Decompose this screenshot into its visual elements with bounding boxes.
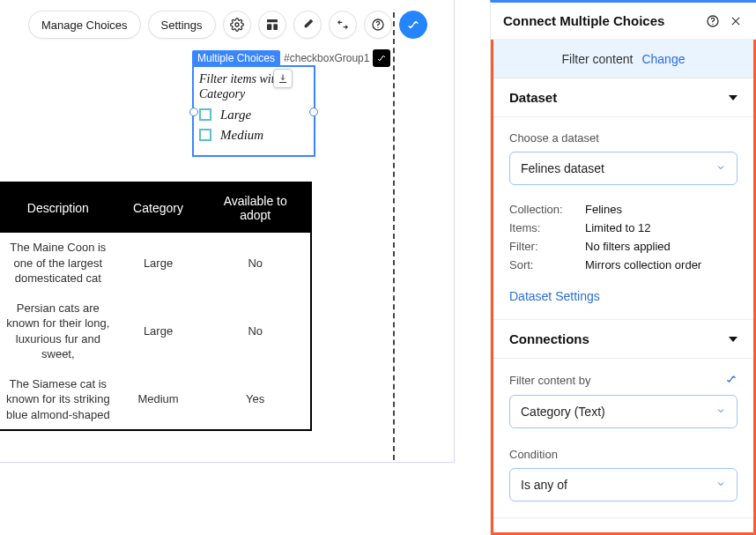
section-dataset-title: Dataset	[509, 90, 557, 105]
svg-rect-3	[273, 24, 278, 30]
filter-content-banner: Filter content Change	[493, 40, 753, 78]
filter-by-select[interactable]: Category (Text)	[509, 395, 737, 428]
selected-element[interactable]: Multiple Choices #checkboxGroup1 Filter …	[192, 49, 315, 157]
table-row: The Siamese cat is known for its strikin…	[0, 369, 311, 431]
vertical-guide	[393, 12, 395, 460]
cell-available: Yes	[200, 369, 311, 431]
condition-value: Is any of	[521, 478, 567, 492]
selection-tagbar: Multiple Choices #checkboxGroup1	[192, 49, 390, 67]
chevron-down-icon	[729, 337, 737, 342]
kv-val: No filters applied	[585, 240, 671, 253]
col-header-description: Description	[0, 182, 116, 233]
filter-by-label: Filter content by	[509, 374, 591, 387]
cell-description: The Siamese cat is known for its strikin…	[0, 369, 116, 431]
help-icon[interactable]	[364, 11, 392, 39]
cell-description: Persian cats are known for their long, l…	[0, 294, 116, 369]
dataset-info-collection: Collection: Felines	[509, 203, 737, 216]
settings-button[interactable]: Settings	[148, 11, 216, 39]
kv-key: Items:	[509, 221, 585, 234]
cell-description: The Maine Coon is one of the largest dom…	[0, 233, 116, 294]
dataset-select-value: Felines dataset	[521, 161, 604, 175]
svg-rect-2	[267, 24, 271, 30]
panel-header: Connect Multiple Choices	[491, 3, 756, 40]
dataset-settings-link[interactable]: Dataset Settings	[509, 289, 600, 303]
section-dataset-body: Choose a dataset Felines dataset Collect…	[493, 117, 753, 320]
condition-label: Condition	[509, 448, 737, 461]
kv-key: Filter:	[509, 240, 585, 253]
panel-body: Filter content Change Dataset Choose a d…	[491, 40, 756, 535]
chevron-down-icon	[715, 161, 726, 175]
checkbox-icon[interactable]	[199, 108, 211, 121]
settings-gear-icon[interactable]	[223, 11, 251, 39]
checkbox-label: Large	[220, 108, 251, 123]
checkbox-option[interactable]: Large	[199, 108, 308, 123]
download-handle-icon[interactable]	[273, 69, 293, 88]
section-dataset-header[interactable]: Dataset	[493, 78, 753, 117]
cell-category: Large	[116, 233, 201, 294]
element-toolbar: Manage Choices Settings	[28, 11, 427, 39]
selection-data-badge[interactable]	[373, 49, 390, 67]
data-table: Description Category Available to adopt …	[0, 182, 312, 431]
kv-val: Mirrors collection order	[585, 258, 701, 271]
kv-key: Sort:	[509, 258, 585, 271]
kv-val: Limited to 12	[585, 221, 650, 234]
checkbox-icon[interactable]	[199, 129, 211, 141]
table-row: Persian cats are known for their long, l…	[0, 294, 311, 369]
col-header-category: Category	[116, 182, 201, 233]
checkbox-group[interactable]: Filter items with Category Large Medium	[192, 65, 315, 157]
panel-close-icon[interactable]	[728, 13, 744, 29]
filter-change-link[interactable]: Change	[641, 52, 685, 66]
panel-title: Connect Multiple Choices	[503, 13, 698, 28]
connect-panel: Connect Multiple Choices Filter content …	[490, 0, 756, 535]
dataset-info-filter: Filter: No filters applied	[509, 240, 737, 253]
col-header-available: Available to adopt	[200, 182, 311, 233]
cell-available: No	[200, 294, 311, 369]
selection-tag: Multiple Choices	[192, 50, 280, 66]
cell-available: No	[200, 233, 311, 294]
dataset-info-sort: Sort: Mirrors collection order	[509, 258, 737, 271]
dataset-select[interactable]: Felines dataset	[509, 152, 737, 185]
manage-choices-button[interactable]: Manage Choices	[28, 11, 141, 39]
selection-id: #checkboxGroup1	[284, 52, 369, 64]
checkbox-label: Medium	[220, 128, 263, 143]
settings-label: Settings	[161, 19, 203, 32]
condition-select[interactable]: Is any of	[509, 468, 737, 502]
reset-connection-icon[interactable]	[725, 373, 737, 388]
filter-content-label: Filter content	[562, 52, 634, 66]
kv-key: Collection:	[509, 203, 585, 216]
panel-help-icon[interactable]	[705, 13, 721, 29]
checkbox-option[interactable]: Medium	[199, 128, 308, 143]
dataset-info-items: Items: Limited to 12	[509, 221, 737, 234]
table-row: The Maine Coon is one of the largest dom…	[0, 233, 311, 294]
data-connect-icon[interactable]	[399, 11, 427, 39]
stretch-icon[interactable]	[329, 11, 357, 39]
kv-val: Felines	[585, 203, 622, 216]
section-connections-title: Connections	[509, 331, 589, 346]
layout-icon[interactable]	[258, 11, 286, 39]
section-connections-header[interactable]: Connections	[493, 320, 753, 359]
section-connections-body: Filter content by Category (Text) Condit…	[493, 359, 753, 518]
chevron-down-icon	[715, 405, 726, 419]
manage-choices-label: Manage Choices	[41, 19, 128, 32]
filter-by-value: Category (Text)	[521, 405, 605, 419]
chevron-down-icon	[729, 95, 737, 100]
svg-point-7	[712, 23, 713, 24]
svg-rect-1	[267, 19, 278, 22]
design-brush-icon[interactable]	[293, 11, 322, 39]
cell-category: Medium	[116, 369, 201, 431]
canvas-area: Manage Choices Settings Multiple Choices…	[0, 0, 458, 535]
choose-dataset-label: Choose a dataset	[509, 131, 737, 145]
svg-point-0	[235, 23, 239, 26]
svg-point-5	[377, 27, 378, 28]
cell-category: Large	[116, 294, 201, 369]
chevron-down-icon	[715, 478, 726, 492]
